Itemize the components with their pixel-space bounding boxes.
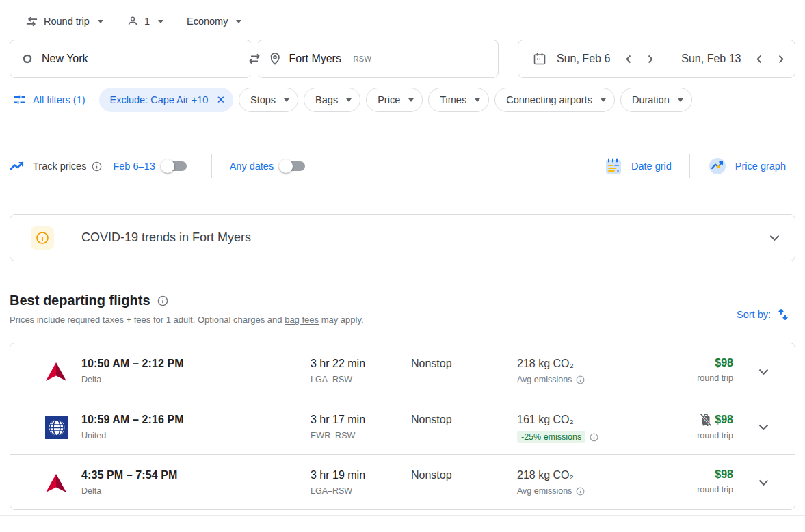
trip-type-selector[interactable]: Round trip [18,12,110,31]
flight-times-cell: 10:59 AM – 2:16 PM United [81,413,311,440]
price-qualifier: round trip [688,485,733,494]
flight-row[interactable]: 4:35 PM – 7:54 PM Delta 3 hr 19 min LGA–… [10,454,795,509]
price-qualifier: round trip [688,373,733,383]
sort-by-label: Sort by: [737,309,771,320]
filter-chip-price[interactable]: Price [366,88,423,112]
results-heading-row: Best departing flights [10,293,364,308]
subtitle-prefix: Prices include required taxes + fees for… [10,315,285,325]
info-icon[interactable] [92,161,102,172]
bottom-divider [0,515,805,516]
return-date-segment: Sun, Feb 13 [674,49,791,69]
all-filters-button[interactable]: All filters (1) [10,89,94,111]
chevron-down-icon [98,20,103,23]
swap-horizontal-icon [25,16,38,27]
flight-route: EWR–RSW [311,431,411,440]
departure-date-next-button[interactable] [640,49,661,69]
covid-trends-banner[interactable]: COVID-19 trends in Fort Myers [10,214,795,261]
flight-stops: Nonstop [411,468,517,482]
bag-fees-link[interactable]: bag fees [285,315,319,325]
destination-input[interactable] [289,53,348,65]
date-grid-icon [604,157,623,176]
filter-chip-stops[interactable]: Stops [239,88,298,112]
filter-chip-times[interactable]: Times [428,88,489,112]
chevron-down-icon [678,98,683,102]
info-icon[interactable] [576,375,585,384]
location-pin-icon [270,53,280,65]
flight-duration-cell: 3 hr 17 min EWR–RSW [311,413,411,440]
view-divider [689,154,690,178]
track-date-range-label[interactable]: Feb 6–13 [113,161,155,172]
track-divider [211,154,212,178]
flight-route: LGA–RSW [311,375,411,384]
flight-route: LGA–RSW [311,486,411,496]
flight-price-cell: $98 round trip [688,413,743,440]
return-date-next-button[interactable] [771,49,791,69]
return-date-prev-button[interactable] [749,49,769,69]
flight-row[interactable]: 10:59 AM – 2:16 PM United 3 hr 17 min EW… [10,399,795,454]
filter-sliders-icon [14,94,26,105]
return-date[interactable]: Sun, Feb 13 [681,53,741,65]
times-chip-label: Times [440,94,466,105]
chevron-down-icon [408,98,414,102]
flight-row[interactable]: 10:50 AM – 2:12 PM Delta 3 hr 22 min LGA… [10,343,795,399]
emissions-note: Avg emissions [517,486,572,496]
expand-flight-button[interactable] [758,369,769,375]
chevron-down-icon [236,20,241,23]
flight-times-cell: 10:50 AM – 2:12 PM Delta [81,357,311,384]
emissions-note: Avg emissions [517,375,572,384]
destination-field[interactable]: RSW [257,40,499,78]
covid-info-icon [31,226,54,250]
filter-bar: All filters (1) Exclude: Cape Air +10 ✕ … [10,88,795,112]
expand-flight-button[interactable] [758,424,769,431]
flight-times: 4:35 PM – 7:54 PM [81,468,311,482]
close-icon[interactable]: ✕ [216,94,225,106]
chevron-down-icon [601,98,606,102]
any-dates-toggle[interactable] [280,161,305,171]
flight-duration-cell: 3 hr 22 min LGA–RSW [311,357,411,384]
price-qualifier: round trip [688,431,733,440]
chevron-down-icon[interactable] [769,235,780,241]
price-chip-label: Price [378,94,400,105]
departure-date-prev-button[interactable] [618,49,639,69]
all-filters-label: All filters (1) [33,94,85,105]
expand-flight-button[interactable] [758,479,769,486]
price-graph-button[interactable]: Price graph [698,152,795,180]
co2-amount: 218 kg CO₂ [517,357,688,371]
info-icon[interactable] [590,433,598,442]
flight-price: $98 [715,414,733,426]
flight-times: 10:50 AM – 2:12 PM [81,357,311,371]
flight-results-list: 10:50 AM – 2:12 PM Delta 3 hr 22 min LGA… [10,343,795,510]
sort-by-button[interactable]: Sort by: [730,304,795,325]
results-heading: Best departing flights [10,293,150,308]
trending-chart-icon [10,161,25,172]
filter-chip-bags[interactable]: Bags [304,88,360,112]
flight-stops-cell: Nonstop [411,413,517,427]
origin-field[interactable] [10,40,252,78]
swap-locations-button[interactable] [241,46,267,72]
filter-chip-exclude-airlines[interactable]: Exclude: Cape Air +10 ✕ [99,88,233,112]
person-icon [127,15,139,27]
date-grid-button[interactable]: Date grid [594,152,681,180]
airline-name: United [81,431,311,440]
price-tracking-bar: Track prices Feb 6–13 Any dates [10,151,795,181]
track-dates-toggle[interactable] [162,161,187,171]
subtitle-suffix: may apply. [319,315,364,325]
united-airlines-logo [31,416,81,439]
google-flights-page: Round trip 1 Economy [0,0,805,532]
departure-date[interactable]: Sun, Feb 6 [557,53,610,65]
filter-chip-connecting-airports[interactable]: Connecting airports [494,88,615,112]
passenger-selector[interactable]: 1 [120,11,170,31]
cabin-class-selector[interactable]: Economy [180,12,248,31]
flight-times: 10:59 AM – 2:16 PM [81,413,311,427]
info-icon[interactable] [576,487,585,496]
flight-price: $98 [715,468,733,481]
flight-duration: 3 hr 19 min [311,468,411,482]
flight-stops-cell: Nonstop [411,468,517,482]
info-icon[interactable] [157,295,168,306]
filter-chip-duration[interactable]: Duration [620,88,692,112]
flight-price-cell: $98 round trip [688,468,743,494]
any-dates-label[interactable]: Any dates [230,161,274,172]
toggle-knob [161,159,174,173]
origin-input[interactable] [42,53,241,65]
flight-emissions-cell: 218 kg CO₂ Avg emissions [517,357,688,384]
